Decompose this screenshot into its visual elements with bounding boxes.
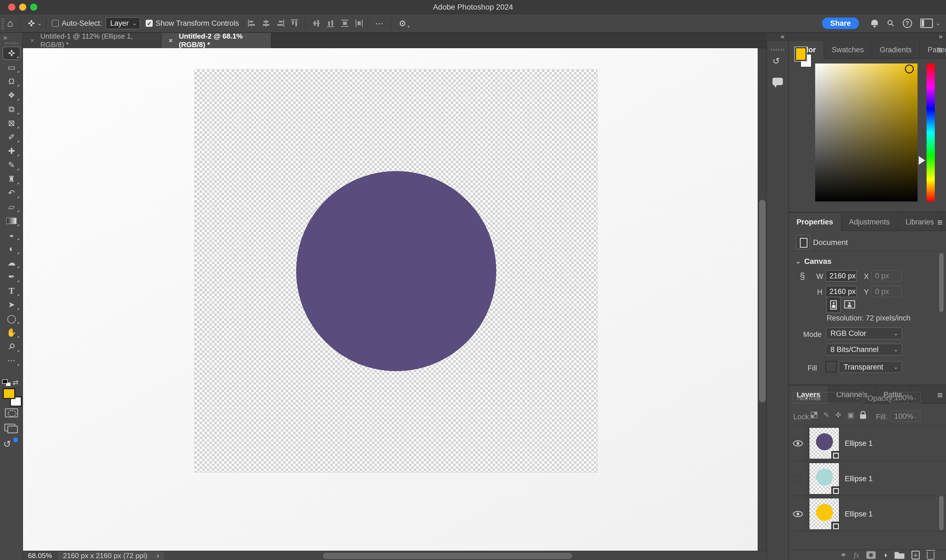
expand-tools-icon[interactable]: »	[3, 33, 7, 42]
foreground-color-swatch[interactable]	[3, 388, 15, 399]
distribute-vertical-centers-icon[interactable]	[340, 18, 349, 28]
properties-scrollbar-thumb[interactable]	[939, 253, 943, 312]
scrollbar-thumb[interactable]	[759, 200, 766, 402]
hue-slider-arrow[interactable]	[918, 156, 925, 165]
share-button[interactable]: Share	[822, 17, 859, 29]
layer-effects-icon[interactable]: fx	[854, 551, 859, 560]
document-tab-untitled-2[interactable]: × Untitled-2 @ 68.1% (RGB/8) *	[162, 33, 272, 48]
link-dimensions-icon[interactable]: §	[800, 271, 805, 282]
help-icon[interactable]: ?	[903, 18, 912, 28]
new-group-icon[interactable]	[895, 551, 904, 559]
link-layers-icon[interactable]: ⚭	[840, 551, 846, 559]
canvas-section-chevron-icon[interactable]: ⌄	[795, 257, 801, 266]
canvas-area[interactable]	[23, 48, 758, 551]
ellipse-layer-shape[interactable]	[296, 171, 496, 371]
type-tool[interactable]: T	[3, 284, 20, 297]
align-right-edges-icon[interactable]	[275, 18, 285, 28]
show-transform-checkbox[interactable]: ✓	[146, 20, 153, 27]
adjustment-layer-icon[interactable]: ◑	[883, 551, 888, 559]
smudge-tool[interactable]: ☁	[3, 256, 20, 269]
move-tool[interactable]: ✜	[3, 46, 20, 60]
eye-icon[interactable]	[793, 440, 803, 446]
document-tab-untitled-1[interactable]: × Untitled-1 @ 112% (Ellipse 1, RGB/8) *	[23, 33, 162, 48]
add-layer-mask-icon[interactable]	[866, 551, 876, 559]
tab-libraries[interactable]: Libraries	[898, 213, 942, 231]
align-left-edges-icon[interactable]	[247, 18, 257, 28]
panel-menu-icon[interactable]: ≡	[937, 45, 943, 55]
status-expand-icon[interactable]: ›	[157, 551, 159, 560]
path-selection-tool[interactable]: ➤	[3, 298, 20, 311]
opacity-input[interactable]: 100% ⌄	[891, 392, 921, 403]
tab-properties[interactable]: Properties	[789, 213, 841, 231]
color-mode-dropdown[interactable]: RGB Color ⌄	[826, 327, 902, 339]
layer-name[interactable]: Ellipse 1	[845, 439, 873, 448]
layer-row-2[interactable]: Ellipse 1	[789, 461, 946, 496]
landscape-orientation-button[interactable]	[844, 299, 856, 309]
color-picker-ring[interactable]	[905, 65, 914, 73]
layer-name[interactable]: Ellipse 1	[845, 510, 873, 518]
panel-foreground-swatch[interactable]	[795, 47, 806, 61]
layer-row-3[interactable]: Ellipse 1	[789, 496, 946, 532]
move-tool-preset-icon[interactable]: ✜	[28, 18, 35, 28]
visibility-cell[interactable]	[789, 426, 807, 460]
document-info[interactable]: 2160 px x 2160 px (72 ppi) ›	[58, 552, 164, 560]
panel-menu-icon[interactable]: ≡	[937, 390, 943, 400]
panel-strip-grip[interactable]	[771, 49, 785, 51]
canvas-x-input[interactable]: 0 px	[871, 270, 902, 282]
hue-slider[interactable]	[926, 63, 935, 202]
canvas-width-input[interactable]: 2160 px	[826, 270, 857, 282]
lock-all-icon[interactable]	[860, 414, 866, 419]
canvas-vertical-scrollbar[interactable]	[758, 48, 766, 551]
layer-row-1[interactable]: Ellipse 1	[789, 426, 946, 461]
auto-select-target-dropdown[interactable]: Layer ⌄	[106, 17, 140, 29]
version-history-icon[interactable]: ↺	[772, 56, 783, 67]
clone-stamp-tool[interactable]: ♜	[3, 172, 20, 186]
ellipse-shape-tool[interactable]: ◯	[3, 312, 20, 325]
edit-toolbar-tool[interactable]: ⋯	[3, 354, 20, 367]
chevron-down-icon[interactable]: ⌄	[37, 20, 42, 27]
distribute-horizontal-centers-icon[interactable]	[354, 18, 364, 28]
fill-opacity-input[interactable]: 100% ⌄	[891, 411, 921, 422]
close-tab-icon[interactable]: ×	[30, 36, 34, 45]
brush-tool[interactable]: ✎	[3, 158, 20, 172]
canvas-fill-dropdown[interactable]: Transparent ⌄	[839, 361, 902, 373]
pen-tool[interactable]: ✒	[3, 270, 20, 283]
eye-icon[interactable]	[793, 511, 803, 517]
more-align-options-icon[interactable]: ⋯	[375, 18, 383, 28]
collapse-panels-icon[interactable]: «	[781, 32, 784, 41]
lock-transparency-icon[interactable]	[811, 412, 817, 418]
canvas-height-input[interactable]: 2160 px	[826, 286, 857, 297]
screen-mode-button[interactable]	[5, 424, 15, 431]
tab-gradients[interactable]: Gradients	[872, 41, 920, 59]
eraser-tool[interactable]: ▱	[3, 200, 20, 214]
quick-mask-mode-button[interactable]	[5, 408, 18, 417]
layer-name[interactable]: Ellipse 1	[845, 475, 873, 483]
dodge-tool[interactable]: ◐	[3, 242, 20, 255]
crop-tool[interactable]: ⧉	[3, 102, 20, 116]
new-layer-icon[interactable]: +	[912, 551, 920, 560]
zoom-tool[interactable]: ⚲	[3, 340, 20, 353]
tools-panel-grip[interactable]	[5, 42, 18, 45]
expand-panels-icon[interactable]: »	[939, 32, 943, 41]
chevron-down-icon[interactable]: ⌄	[935, 20, 940, 27]
panel-menu-icon[interactable]: ≡	[937, 217, 943, 228]
lock-position-icon[interactable]: ✜	[835, 411, 841, 418]
align-top-edges-icon[interactable]	[290, 18, 299, 28]
tool-settings-button[interactable]: ⚙ ▾	[399, 18, 406, 28]
saturation-brightness-field[interactable]	[815, 63, 918, 202]
visibility-cell[interactable]	[789, 461, 807, 496]
frame-tool[interactable]: ⊠	[3, 116, 20, 130]
align-vertical-centers-icon[interactable]	[312, 18, 321, 28]
canvas-fill-swatch[interactable]	[826, 361, 837, 372]
canvas-horizontal-scrollbar[interactable]	[323, 553, 572, 559]
hand-tool[interactable]: ✋	[3, 326, 20, 339]
visibility-cell[interactable]	[789, 496, 807, 531]
history-brush-tool[interactable]: ↶	[3, 186, 20, 200]
align-bottom-edges-icon[interactable]	[326, 18, 335, 28]
tab-swatches[interactable]: Swatches	[824, 41, 872, 59]
home-icon[interactable]: ⌂	[7, 17, 13, 29]
eyedropper-tool[interactable]: ✐	[3, 130, 20, 144]
lasso-tool[interactable]: Ω	[3, 74, 20, 88]
blend-mode-dropdown[interactable]: Normal ⌄	[792, 392, 863, 403]
notifications-bell-icon[interactable]	[871, 19, 879, 28]
